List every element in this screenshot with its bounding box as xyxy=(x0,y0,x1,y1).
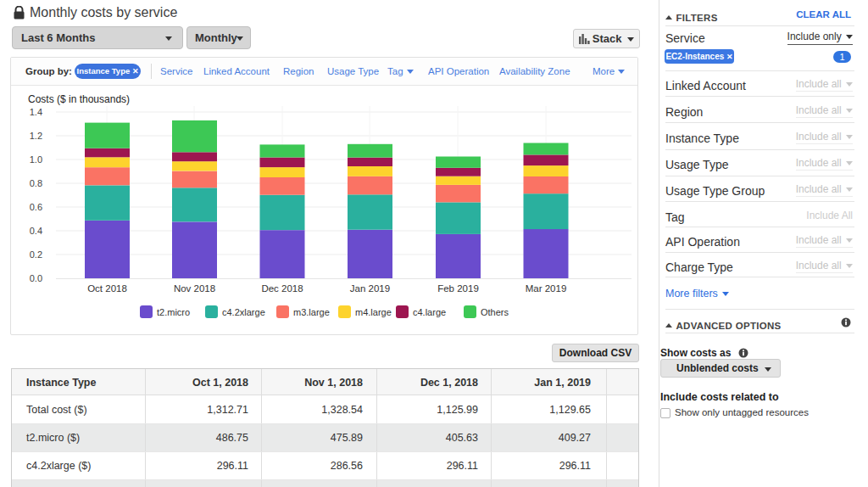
svg-text:c4.large: c4.large xyxy=(413,307,446,317)
svg-text:0.2: 0.2 xyxy=(30,249,42,260)
svg-text:0.8: 0.8 xyxy=(30,178,42,188)
svg-text:m4.large: m4.large xyxy=(355,307,392,317)
svg-text:m3.large: m3.large xyxy=(293,307,330,317)
svg-text:Oct 2018: Oct 2018 xyxy=(87,283,127,294)
svg-text:1.0: 1.0 xyxy=(30,154,42,165)
svg-text:0.0: 0.0 xyxy=(30,273,42,283)
svg-text:Jan 2019: Jan 2019 xyxy=(350,283,390,294)
svg-text:Mar 2019: Mar 2019 xyxy=(526,283,567,294)
svg-text:0.6: 0.6 xyxy=(30,202,42,212)
svg-text:Others: Others xyxy=(481,307,509,317)
svg-text:Dec 2018: Dec 2018 xyxy=(261,283,303,294)
svg-text:Costs ($ in thousands): Costs ($ in thousands) xyxy=(28,93,130,105)
svg-text:c4.2xlarge: c4.2xlarge xyxy=(222,307,265,317)
svg-text:1.2: 1.2 xyxy=(30,131,42,141)
svg-text:t2.micro: t2.micro xyxy=(157,307,190,317)
svg-text:1.4: 1.4 xyxy=(30,107,42,117)
svg-text:Feb 2019: Feb 2019 xyxy=(437,283,479,294)
svg-text:Nov 2018: Nov 2018 xyxy=(174,283,215,294)
svg-text:0.4: 0.4 xyxy=(30,226,42,236)
